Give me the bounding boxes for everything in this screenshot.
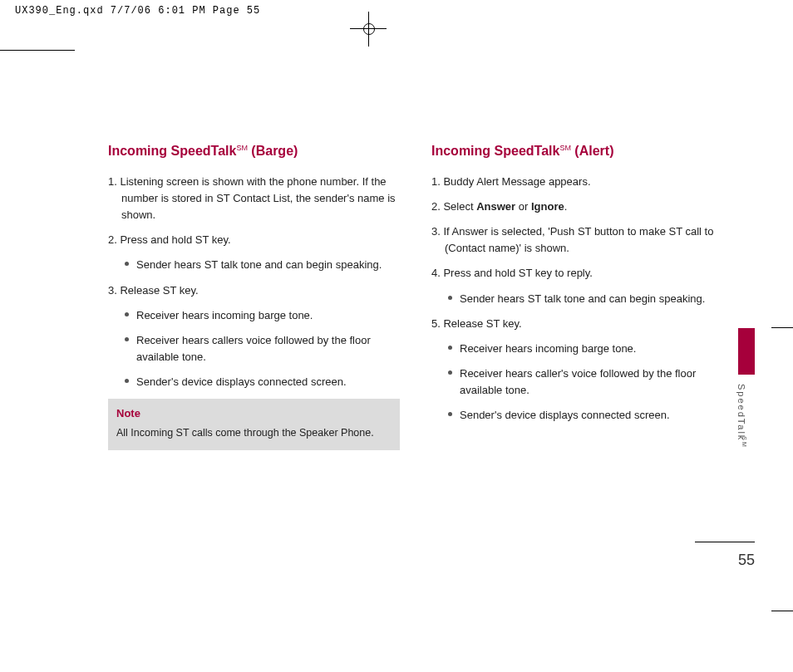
heading-alert: Incoming SpeedTalkSM (Alert) [431, 141, 723, 162]
right-tick-top [771, 327, 793, 328]
bullet: Sender hears ST talk tone and can begin … [448, 291, 723, 307]
heading-suffix: (Barge) [248, 144, 298, 158]
note-box: Note All Incoming ST calls come through … [108, 399, 400, 450]
alert-step-2: 2. Select Answer or Ignore. [431, 199, 723, 215]
top-rule [0, 50, 75, 51]
heading-barge: Incoming SpeedTalkSM (Barge) [108, 141, 400, 162]
page-content: Incoming SpeedTalkSM (Barge) 1. Listenin… [108, 141, 723, 450]
alert-step-1: 1. Buddy Alert Message appears. [431, 174, 723, 190]
barge-step-2-bullets: Sender hears ST talk tone and can begin … [108, 257, 400, 273]
heading-suffix: (Alert) [571, 144, 614, 158]
page-number: 55 [738, 552, 755, 569]
alert-step-4-bullets: Sender hears ST talk tone and can begin … [431, 291, 723, 307]
bullet: Sender's device displays connected scree… [125, 374, 400, 390]
text: or [515, 200, 531, 213]
section-tab [738, 328, 755, 375]
bullet: Sender hears ST talk tone and can begin … [125, 257, 400, 273]
barge-step-1: 1. Listening screen is shown with the ph… [108, 174, 400, 223]
crop-mark-icon [345, 12, 395, 61]
barge-step-2: 2. Press and hold ST key. [108, 232, 400, 248]
text: . [564, 200, 568, 213]
alert-step-5: 5. Release ST key. [431, 316, 723, 332]
heading-prefix: Incoming SpeedTalk [431, 144, 559, 158]
bullet: Receiver hears incoming barge tone. [448, 341, 723, 357]
bullet: Sender's device displays connected scree… [448, 407, 723, 424]
text: 2. Select [431, 200, 476, 213]
left-column: Incoming SpeedTalkSM (Barge) 1. Listenin… [108, 141, 400, 450]
note-title: Note [116, 405, 392, 422]
ignore-label: Ignore [531, 200, 564, 213]
heading-sup: SM [236, 144, 248, 152]
right-column: Incoming SpeedTalkSM (Alert) 1. Buddy Al… [431, 141, 723, 450]
bullet: Receiver hears caller's voice followed b… [448, 365, 723, 399]
barge-step-3-bullets: Receiver hears incoming barge tone. Rece… [108, 307, 400, 391]
page-divider [695, 542, 755, 542]
alert-step-3: 3. If Answer is selected, 'Push ST butto… [431, 223, 723, 257]
section-label: SpeedTalkSM [736, 384, 751, 447]
heading-prefix: Incoming SpeedTalk [108, 144, 236, 158]
bullet: Receiver hears incoming barge tone. [125, 307, 400, 324]
bullet: Receiver hears callers voice followed by… [125, 332, 400, 365]
alert-step-4: 4. Press and hold ST key to reply. [431, 265, 723, 282]
section-label-sup: SM [741, 437, 746, 449]
note-body: All Incoming ST calls come through the S… [116, 425, 392, 441]
print-header: UX390_Eng.qxd 7/7/06 6:01 PM Page 55 [15, 5, 260, 17]
alert-step-5-bullets: Receiver hears incoming barge tone. Rece… [431, 341, 723, 424]
barge-step-3: 3. Release ST key. [108, 282, 400, 299]
right-tick-bottom [771, 611, 793, 611]
heading-sup: SM [559, 144, 571, 152]
answer-label: Answer [476, 200, 515, 213]
section-label-text: SpeedTalk [736, 384, 746, 441]
